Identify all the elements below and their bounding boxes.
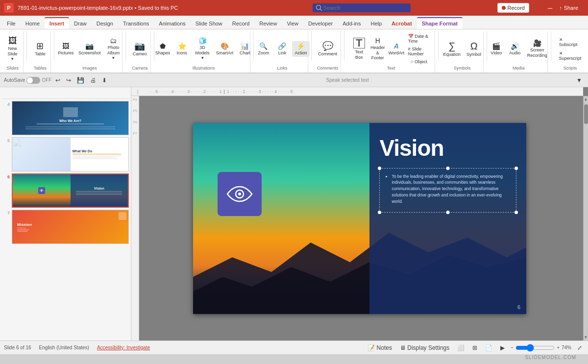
3d-models-button[interactable]: 🧊 3DModels ▾ xyxy=(192,36,213,62)
slide-number-7: 7 xyxy=(2,210,10,216)
more-options-button[interactable]: ▼ xyxy=(574,76,584,85)
autosave-switch[interactable] xyxy=(26,77,40,84)
equation-button[interactable]: ∑ Equation xyxy=(441,40,464,59)
tab-transitions[interactable]: Transitions xyxy=(118,18,154,29)
chart-button[interactable]: 📊 Chart xyxy=(236,41,254,57)
superscript-button[interactable]: ✕ Superscript xyxy=(557,50,584,62)
record-button[interactable]: Record xyxy=(497,3,529,13)
tab-developer[interactable]: Developer xyxy=(303,18,338,29)
tab-acrobat[interactable]: Acrobat xyxy=(387,18,417,29)
slide-sorter-button[interactable]: ⊞ xyxy=(470,343,479,352)
print-button[interactable]: 🖨 xyxy=(88,76,98,85)
scroll-up-btn[interactable]: ▲ xyxy=(583,96,588,102)
slide-item-6[interactable]: 6 👁 Vision xyxy=(2,173,129,208)
zoom-in-icon[interactable]: + xyxy=(557,345,560,350)
audio-icon: 🔊 xyxy=(511,43,519,49)
links-group-items: 🔍 Zoom 🔗 Link ⚡ Action xyxy=(255,32,310,66)
table-button[interactable]: ⊞ Table xyxy=(31,40,49,58)
action-button[interactable]: ⚡ Action xyxy=(292,41,310,57)
images-group-items: 🖼 Pictures 📷 Screenshot 🗂 PhotoAlbum ▾ xyxy=(56,32,123,66)
slideshow-button[interactable]: ▶ xyxy=(498,343,507,352)
slide-thumb-6[interactable]: 👁 Vision xyxy=(12,173,129,208)
slide-number-button[interactable]: # Slide Number xyxy=(406,46,432,57)
reading-view-button[interactable]: 📄 xyxy=(483,343,494,352)
audio-button[interactable]: 🔊 Audio xyxy=(506,41,524,57)
textbox-button[interactable]: T TextBox xyxy=(350,36,368,62)
screenshot-button[interactable]: 📷 Screenshot xyxy=(76,41,102,57)
tab-insert[interactable]: Insert xyxy=(45,17,69,29)
thumb6-visual: 👁 Vision xyxy=(13,174,128,207)
tab-addins[interactable]: Add-ins xyxy=(338,18,366,29)
shapes-button[interactable]: ⬟ Shapes xyxy=(153,41,172,57)
new-slide-button[interactable]: 🖼 NewSlide ▾ xyxy=(4,35,22,63)
more-qa-button[interactable]: ⬇ xyxy=(100,76,109,85)
accessibility-link[interactable]: Accessibility: Investigate xyxy=(97,345,150,350)
thumb6-icon: 👁 xyxy=(38,187,45,194)
title-bar-controls: Record ↑ Share ─ □ ✕ xyxy=(545,4,584,12)
tab-review[interactable]: Review xyxy=(254,18,282,29)
slide-thumb-4[interactable]: Who We Are? xyxy=(12,101,129,135)
redo-button[interactable]: ↪ xyxy=(64,76,73,85)
group-separator-8 xyxy=(438,31,439,61)
slide-item-5[interactable]: 5 What We Do xyxy=(2,137,129,171)
tab-file[interactable]: File xyxy=(2,18,21,29)
autosave-state: OFF xyxy=(42,77,51,83)
symbol-icon: Ω xyxy=(470,41,478,51)
fit-slide-button[interactable]: ⤢ xyxy=(575,343,584,352)
zoom-button[interactable]: 🔍 Zoom xyxy=(255,41,272,57)
status-left: Slide 6 of 16 English (United States) Ac… xyxy=(4,345,150,350)
share-button[interactable]: ↑ Share xyxy=(553,3,584,13)
illustrations-group-items: ⬟ Shapes ⭐ Icons 🧊 3DModels ▾ 🎨 SmartArt… xyxy=(153,32,254,66)
vision-text-container[interactable]: To be the leading enabler of digital con… xyxy=(379,168,516,213)
date-time-button[interactable]: 📅 Date & Time xyxy=(406,33,432,45)
illustrations-group-label: Illustrations xyxy=(193,66,215,72)
smartart-icon: 🎨 xyxy=(220,43,229,49)
header-footer-button[interactable]: H Header& Footer xyxy=(369,36,387,62)
scroll-down-btn[interactable]: ▼ xyxy=(583,334,588,340)
notes-button[interactable]: 📝 Notes xyxy=(366,343,394,352)
cameo-button[interactable]: 📷 Cameo xyxy=(130,40,149,58)
tab-record[interactable]: Record xyxy=(227,18,254,29)
tab-shape-format[interactable]: Shape Format xyxy=(417,17,463,29)
slide-canvas[interactable]: Vision To be the leading enabler of digi… xyxy=(193,123,526,314)
symbol-button[interactable]: Ω Symbol xyxy=(464,40,484,59)
scripts-group-items: ✕ Subscript ✕ Superscript xyxy=(557,32,584,66)
smartart-button[interactable]: 🎨 SmartArt xyxy=(214,41,235,57)
slide-item-4[interactable]: 4 Who We Are? xyxy=(2,101,129,135)
tab-slideshow[interactable]: Slide Show xyxy=(191,18,227,29)
zoom-control[interactable]: − + 74% xyxy=(511,344,571,352)
scroll-thumb[interactable] xyxy=(584,104,588,124)
zoom-slider-input[interactable] xyxy=(515,344,555,352)
undo-button[interactable]: ↩ xyxy=(53,76,62,85)
tab-draw[interactable]: Draw xyxy=(69,18,92,29)
group-separator-3 xyxy=(125,31,126,61)
tab-design[interactable]: Design xyxy=(92,18,118,29)
right-scrollbar[interactable]: ▲ ▼ xyxy=(583,96,588,340)
zoom-out-icon[interactable]: − xyxy=(511,345,514,350)
pictures-button[interactable]: 🖼 Pictures xyxy=(56,41,75,57)
tab-home[interactable]: Home xyxy=(21,18,45,29)
slide-panel[interactable]: 4 Who We Are? 5 xyxy=(0,87,131,340)
tab-animations[interactable]: Animations xyxy=(154,18,190,29)
wordart-button[interactable]: A WordArt xyxy=(388,41,405,57)
search-input[interactable] xyxy=(313,3,411,12)
subscript-button[interactable]: ✕ Subscript xyxy=(557,36,584,48)
link-button[interactable]: 🔗 Link xyxy=(273,41,291,57)
photo-album-button[interactable]: 🗂 PhotoAlbum ▾ xyxy=(103,36,123,62)
tab-help[interactable]: Help xyxy=(366,18,387,29)
video-button[interactable]: 🎬 Video xyxy=(488,41,505,57)
slide-thumb-5[interactable]: What We Do xyxy=(12,137,129,171)
tab-view[interactable]: View xyxy=(282,18,303,29)
object-button[interactable]: ○ Object xyxy=(406,58,432,65)
group-separator-10 xyxy=(551,31,551,61)
icons-button[interactable]: ⭐ Icons xyxy=(173,41,191,57)
autosave-toggle[interactable]: AutoSave OFF xyxy=(4,77,51,84)
save-button[interactable]: 💾 xyxy=(75,76,86,85)
display-settings-button[interactable]: 🖥 Display Settings xyxy=(398,343,451,352)
slide-thumb-7[interactable]: Mission xyxy=(12,210,129,244)
text-small-buttons: 📅 Date & Time # Slide Number ○ Object xyxy=(406,33,432,65)
screen-recording-button[interactable]: 🎥 ScreenRecording xyxy=(525,38,550,60)
comment-button[interactable]: 💬 Comment xyxy=(316,40,340,58)
normal-view-button[interactable]: ⬜ xyxy=(455,343,466,352)
slide-item-7[interactable]: 7 Mission xyxy=(2,210,129,244)
